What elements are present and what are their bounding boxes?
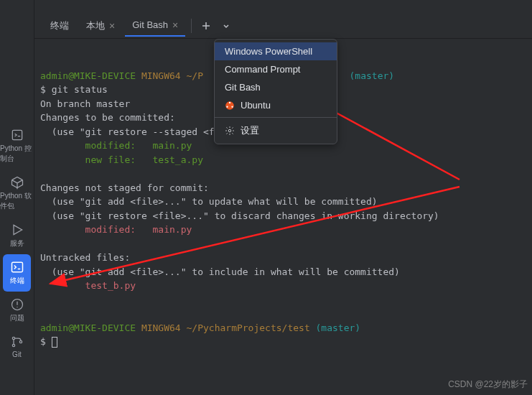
new-terminal-button[interactable] xyxy=(197,17,215,34)
term-line: On branch master xyxy=(40,98,130,109)
sidebar-item-git[interactable]: Git xyxy=(0,329,34,364)
menu-item-cmd[interactable]: Command Prompt xyxy=(215,60,337,78)
git-icon xyxy=(10,335,24,349)
menu-item-settings[interactable]: 设置 xyxy=(215,121,337,141)
tab-terminal-label[interactable]: 终端 xyxy=(43,15,76,37)
tab-git-bash[interactable]: Git Bash× xyxy=(125,15,185,37)
terminal-dropdown-button[interactable] xyxy=(218,17,235,34)
sidebar-item-terminal[interactable]: 终端 xyxy=(3,254,31,292)
problems-icon xyxy=(10,297,24,312)
term-line: modified: xyxy=(40,224,153,235)
term-file: main.py xyxy=(153,140,192,151)
sidebar-label: 服务 xyxy=(10,238,24,248)
prompt-branch: (master) xyxy=(316,322,361,333)
term-line: new file: xyxy=(40,154,153,165)
svg-point-5 xyxy=(12,344,14,346)
sidebar-label: Python 控制台 xyxy=(0,144,34,164)
svg-rect-2 xyxy=(11,262,22,271)
plus-icon xyxy=(201,21,211,31)
divider xyxy=(191,19,192,33)
term-file: test_b.py xyxy=(40,280,136,291)
tab-label: Git Bash xyxy=(132,19,168,30)
menu-label: Command Prompt xyxy=(225,64,300,75)
term-line: Changes to be committed: xyxy=(40,112,175,123)
chevron-down-icon xyxy=(222,22,230,30)
tab-label: 本地 xyxy=(86,19,105,32)
tab-label: 终端 xyxy=(50,19,69,32)
menu-item-ubuntu[interactable]: Ubuntu xyxy=(215,96,337,114)
prompt-sys: MINGW64 xyxy=(141,322,181,333)
svg-marker-1 xyxy=(14,225,22,234)
sidebar-item-services[interactable]: 服务 xyxy=(0,217,34,254)
svg-point-8 xyxy=(229,101,230,103)
left-sidebar: Python 控制台 Python 软件包 服务 终端 问题 Git xyxy=(0,0,34,395)
svg-point-4 xyxy=(12,337,14,339)
menu-label: Ubuntu xyxy=(241,100,271,111)
menu-item-git-bash[interactable]: Git Bash xyxy=(215,78,337,96)
new-terminal-menu: Windows PowerShell Command Prompt Git Ba… xyxy=(214,39,337,144)
tab-local[interactable]: 本地× xyxy=(79,15,122,37)
prompt-user: admin@MIKE-DEVICE xyxy=(40,70,136,81)
sidebar-label: 问题 xyxy=(10,313,24,323)
term-line: modified: xyxy=(40,140,153,151)
svg-point-11 xyxy=(228,129,231,132)
terminal-icon xyxy=(10,260,24,274)
term-line: (use "git restore <file>..." to discard … xyxy=(40,210,439,221)
menu-label: 设置 xyxy=(241,124,259,137)
term-line: Changes not staged for commit: xyxy=(40,182,209,193)
term-file: test_a.py xyxy=(153,154,203,165)
prompt-dollar: $ xyxy=(40,336,52,347)
menu-label: Windows PowerShell xyxy=(225,46,312,57)
prompt-path: ~/P xyxy=(187,70,203,81)
close-icon[interactable]: × xyxy=(109,20,115,32)
prompt-sys: MINGW64 xyxy=(141,70,181,81)
close-icon[interactable]: × xyxy=(172,19,178,31)
sidebar-item-problems[interactable]: 问题 xyxy=(0,292,34,329)
packages-icon xyxy=(10,175,24,190)
gear-icon xyxy=(225,126,235,136)
menu-item-powershell[interactable]: Windows PowerShell xyxy=(215,42,337,60)
sidebar-label: 终端 xyxy=(10,276,24,286)
term-line: (use "git add <file>..." to update what … xyxy=(40,196,378,207)
term-line: Untracked files: xyxy=(40,252,130,263)
svg-point-6 xyxy=(19,340,22,343)
term-file: main.py xyxy=(153,224,192,235)
cursor xyxy=(52,337,57,348)
python-icon xyxy=(10,128,24,142)
prompt-path: ~/PycharmProjects/test xyxy=(187,322,310,333)
sidebar-item-python-console[interactable]: Python 控制台 xyxy=(0,122,34,169)
watermark: CSDN @22岁的影子 xyxy=(448,378,528,391)
sidebar-label: Git xyxy=(12,350,22,358)
term-line: (use "git add <file>..." to include in w… xyxy=(40,266,400,277)
menu-separator xyxy=(215,117,337,118)
menu-label: Git Bash xyxy=(225,82,261,93)
ubuntu-icon xyxy=(225,101,235,111)
term-line: $ git status xyxy=(40,84,108,95)
sidebar-label: Python 软件包 xyxy=(0,191,34,211)
svg-point-10 xyxy=(231,106,233,107)
prompt-user: admin@MIKE-DEVICE xyxy=(40,322,136,333)
services-icon xyxy=(10,223,24,237)
prompt-branch: (master) xyxy=(350,70,395,81)
terminal-tabs: 终端 本地× Git Bash× xyxy=(34,13,532,39)
svg-point-9 xyxy=(226,106,228,107)
sidebar-item-python-packages[interactable]: Python 软件包 xyxy=(0,169,34,217)
